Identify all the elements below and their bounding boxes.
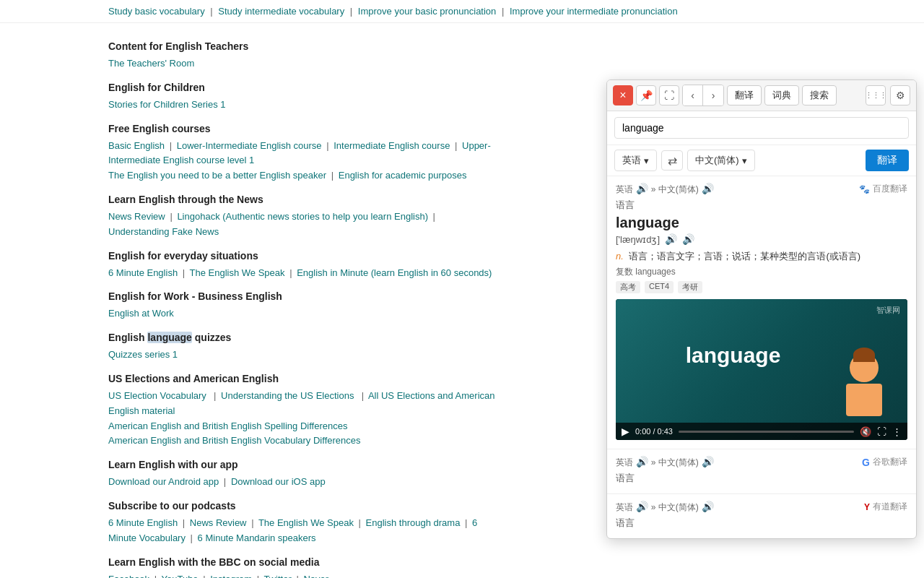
link-teachers-room[interactable]: The Teachers' Room bbox=[108, 58, 194, 69]
google-to-audio[interactable]: 🔊 bbox=[701, 455, 714, 468]
link-6min-english[interactable]: 6 Minute English bbox=[108, 267, 178, 278]
link-lingohack[interactable]: Lingohack (Authentic news stories to hel… bbox=[177, 211, 428, 222]
link-basic-english[interactable]: Basic English bbox=[108, 140, 165, 151]
dict-toolbar-icons: ⋮⋮⋮ ⚙ bbox=[866, 85, 910, 105]
link-naver[interactable]: Naver bbox=[303, 574, 328, 578]
dict-video-character bbox=[835, 353, 893, 418]
dict-grid-button[interactable]: ⋮⋮⋮ bbox=[866, 85, 886, 105]
baidu-from-audio[interactable]: 🔊 bbox=[635, 182, 648, 195]
link-fake-news[interactable]: Understanding Fake News bbox=[108, 226, 219, 237]
dict-prev-button[interactable]: ‹ bbox=[683, 85, 703, 105]
link-podcast-6min[interactable]: 6 Minute English bbox=[108, 517, 178, 528]
dict-baidu-phonetic: ['læŋwɪdʒ] 🔊 🔊 bbox=[616, 233, 907, 246]
youdao-brand-label: 有道翻译 bbox=[873, 501, 907, 513]
video-fullscreen-button[interactable]: ⛶ bbox=[877, 426, 886, 437]
link-understanding-elections[interactable]: Understanding the US Elections bbox=[221, 390, 354, 401]
top-link-intermediate-pronunciation[interactable]: Improve your intermediate pronunciation bbox=[510, 6, 678, 17]
dict-tags: 高考 CET4 考研 bbox=[616, 281, 907, 293]
phonetic-audio-2[interactable]: 🔊 bbox=[681, 233, 694, 246]
link-english-we-speak[interactable]: The English We Speak bbox=[190, 267, 285, 278]
link-android-app[interactable]: Download our Android app bbox=[108, 476, 219, 487]
section-title-social: Learn English with the BBC on social med… bbox=[108, 556, 498, 568]
dict-next-button[interactable]: › bbox=[703, 85, 723, 105]
section-title-quizzes: English language quizzes bbox=[108, 332, 498, 343]
links-work: English at Work bbox=[108, 306, 498, 322]
dict-google-trans-label: 语言 bbox=[616, 472, 907, 485]
dict-settings-button[interactable]: ⚙ bbox=[890, 85, 910, 105]
highlighted-word: language bbox=[147, 332, 191, 343]
top-link-basic-vocab[interactable]: Study basic vocabulary bbox=[108, 6, 205, 17]
top-link-intermediate-vocab[interactable]: Study intermediate vocabulary bbox=[218, 6, 344, 17]
dict-lang-row: 英语 ▾ ⇄ 中文(简体) ▾ 翻译 bbox=[607, 145, 916, 176]
top-link-basic-pronunciation[interactable]: Improve your basic pronunciation bbox=[358, 6, 497, 17]
dict-google-header: 英语 🔊 » 中文(简体) 🔊 G 谷歌翻译 bbox=[616, 455, 907, 469]
link-ios-app[interactable]: Download our iOS app bbox=[231, 476, 326, 487]
dict-expand-button[interactable]: ⛶ bbox=[659, 85, 679, 105]
link-podcast-english-we-speak[interactable]: The English We Speak bbox=[258, 517, 354, 528]
dict-youdao-source: 英语 🔊 » 中文(简体) 🔊 bbox=[616, 500, 714, 514]
youdao-to-lang: 中文(简体) bbox=[658, 502, 699, 512]
dict-video-controls: ▶ 0:00 / 0:43 🔇 ⛶ ⋮ bbox=[616, 423, 907, 440]
dict-youdao-brand: Y 有道翻译 bbox=[864, 501, 907, 513]
section-title-children: English for Children bbox=[108, 82, 498, 93]
video-volume-button[interactable]: 🔇 bbox=[860, 426, 871, 437]
dict-body: 英语 🔊 » 中文(简体) 🔊 🐾 百度翻译 语言 language ['læŋ… bbox=[607, 176, 916, 538]
link-better-speaker[interactable]: The English you need to be a better Engl… bbox=[108, 170, 326, 181]
google-from-audio[interactable]: 🔊 bbox=[635, 455, 648, 468]
dict-dict-tab[interactable]: 词典 bbox=[764, 85, 799, 105]
baidu-from-lang: 英语 bbox=[616, 184, 633, 194]
dict-search-tab[interactable]: 搜索 bbox=[802, 85, 837, 105]
google-arrow: » bbox=[651, 457, 658, 467]
link-election-vocab[interactable]: US Election Vocabulary bbox=[108, 390, 206, 401]
video-more-button[interactable]: ⋮ bbox=[892, 426, 902, 437]
video-play-button[interactable]: ▶ bbox=[622, 426, 629, 437]
link-podcast-news-review[interactable]: News Review bbox=[190, 517, 247, 528]
section-title-app: Learn English with our app bbox=[108, 459, 498, 470]
dict-translate-tab[interactable]: 翻译 bbox=[727, 85, 762, 105]
link-intermediate-course[interactable]: Intermediate English course bbox=[334, 140, 450, 151]
link-spelling-differences[interactable]: American English and British English Spe… bbox=[108, 420, 347, 431]
sep-3: | bbox=[502, 6, 504, 17]
dict-search-input[interactable] bbox=[614, 117, 909, 139]
sep-2: | bbox=[350, 6, 352, 17]
link-english-in-minute[interactable]: English in Minute (learn English in 60 s… bbox=[297, 267, 492, 278]
char-head bbox=[850, 353, 879, 382]
link-facebook[interactable]: Facebook bbox=[108, 574, 149, 578]
dict-target-lang-select[interactable]: 中文(简体) ▾ bbox=[687, 150, 755, 171]
dict-lang-swap-button[interactable]: ⇄ bbox=[661, 150, 683, 171]
link-english-at-work[interactable]: English at Work bbox=[108, 308, 174, 319]
baidu-arrow: » bbox=[651, 184, 658, 194]
link-instagram[interactable]: Instagram bbox=[210, 574, 252, 578]
link-vocab-differences[interactable]: American English and British English Voc… bbox=[108, 435, 361, 446]
link-lower-intermediate[interactable]: Lower-Intermediate English course bbox=[177, 140, 322, 151]
dict-close-button[interactable]: × bbox=[613, 85, 633, 105]
link-youtube[interactable]: YouTube bbox=[162, 574, 199, 578]
phonetic-audio-1[interactable]: 🔊 bbox=[664, 233, 677, 246]
dict-video-bg: language 智课网 bbox=[616, 299, 907, 440]
dictionary-panel: × 📌 ⛶ ‹ › 翻译 词典 搜索 ⋮⋮⋮ ⚙ 英语 ▾ ⇄ 中文(简体) ▾… bbox=[606, 79, 917, 539]
link-quizzes-series[interactable]: Quizzes series 1 bbox=[108, 349, 178, 360]
dict-baidu-source: 英语 🔊 » 中文(简体) 🔊 bbox=[616, 182, 714, 196]
youdao-to-audio[interactable]: 🔊 bbox=[701, 500, 714, 513]
main-content: Content for English Teachers The Teacher… bbox=[0, 23, 606, 578]
dict-source-lang-select[interactable]: 英语 ▾ bbox=[614, 150, 657, 171]
dict-tag-1: CET4 bbox=[645, 281, 674, 293]
dict-translate-button[interactable]: 翻译 bbox=[866, 150, 909, 171]
link-podcast-drama[interactable]: English through drama bbox=[366, 517, 461, 528]
dict-search-area bbox=[607, 111, 916, 145]
section-title-everyday: English for everyday situations bbox=[108, 250, 498, 262]
section-title-teachers: Content for English Teachers bbox=[108, 40, 498, 52]
link-stories-children[interactable]: Stories for Children Series 1 bbox=[108, 99, 226, 110]
link-news-review[interactable]: News Review bbox=[108, 211, 165, 222]
youdao-arrow: » bbox=[651, 502, 658, 512]
source-lang-chevron: ▾ bbox=[644, 155, 649, 166]
link-twitter[interactable]: Twitter bbox=[263, 574, 291, 578]
dict-nav-group: ‹ › bbox=[682, 85, 724, 106]
baidu-to-audio[interactable]: 🔊 bbox=[701, 182, 714, 195]
baidu-brand-icon: 🐾 bbox=[859, 184, 870, 194]
link-podcast-mandarin: 6 Minute Mandarin speakers bbox=[198, 532, 316, 543]
video-progress-bar[interactable] bbox=[679, 431, 854, 433]
link-academic[interactable]: English for academic purposes bbox=[339, 170, 467, 181]
youdao-from-audio[interactable]: 🔊 bbox=[635, 500, 648, 513]
dict-pin-button[interactable]: 📌 bbox=[636, 85, 656, 105]
